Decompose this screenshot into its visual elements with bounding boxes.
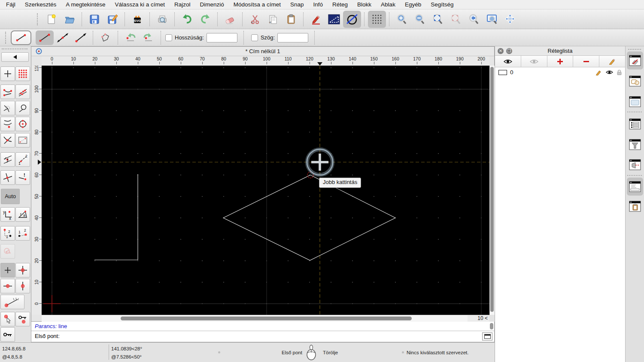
angle-input[interactable] [277,33,308,42]
restrict-angle-button[interactable] [0,295,24,309]
hide-all-layers-button[interactable] [521,56,547,67]
snap-grid-button[interactable] [15,66,30,81]
snap-middle-button[interactable] [0,152,15,167]
add-layer-button[interactable] [547,56,574,67]
dock-command-widget-button[interactable] [627,178,643,196]
save-button[interactable] [85,11,103,28]
remove-layer-button[interactable] [573,56,599,67]
snap-intersection-auto-button[interactable] [0,133,15,148]
dock-grip[interactable] [628,49,641,51]
dock-pen-palette-button[interactable] [627,156,643,174]
lock-relative-zero-button[interactable] [15,312,30,326]
vscroll-thumb[interactable] [490,67,494,312]
menu-item[interactable]: Segítség [426,0,458,9]
dock-entity-list-button[interactable] [627,115,643,133]
save-as-button[interactable] [103,11,122,28]
new-file-button[interactable] [43,11,61,28]
print-preview-button[interactable] [153,11,171,28]
restrict-horizontal-button[interactable] [0,279,15,293]
snap-reference-button[interactable] [15,133,30,148]
snap-on-entity-button[interactable] [15,84,30,99]
horizontal-scrollbar[interactable] [42,315,468,322]
menu-item[interactable]: Válassza ki a címet [110,0,170,9]
length-input[interactable] [207,33,237,42]
edit-layer-button[interactable] [599,56,625,67]
pan-button[interactable] [501,11,519,28]
toolbar-grip[interactable] [37,13,40,25]
exclusive-snap-button[interactable] [0,244,15,259]
command-input[interactable]: Első pont: [31,331,494,342]
dock-layer-list-button[interactable] [627,51,643,69]
angle-checkbox[interactable] [251,34,258,41]
zoom-auto-button[interactable] [429,11,447,28]
restrict-nothing-button[interactable] [0,263,15,278]
snap-endpoint-button[interactable] [0,84,15,99]
menu-item[interactable]: Réteg [328,0,352,9]
menu-item[interactable]: Infó [309,0,328,9]
zoom-in-button[interactable] [393,11,411,28]
command-detach-button[interactable] [482,332,492,341]
ray-button[interactable] [72,30,90,45]
zoom-out-button[interactable] [411,11,429,28]
paste-button[interactable] [282,11,300,28]
line-angle-button[interactable] [54,30,72,45]
coordinate-polar-button[interactable]: ra [15,207,30,222]
dock-clipboard-button[interactable] [627,197,643,215]
vertical-scrollbar[interactable] [489,66,495,315]
cut-button[interactable]: + [246,11,264,28]
snap-auto-button[interactable]: Auto [1,189,20,204]
line-2points-button[interactable] [36,30,54,45]
svg-export-button[interactable]: SVG [128,11,146,28]
open-file-button[interactable] [61,11,79,28]
collapse-sidebar-button[interactable] [1,52,29,62]
redo-segment-button[interactable] [140,30,158,45]
restrict-vertical-button[interactable] [15,279,30,293]
length-checkbox[interactable] [165,34,172,41]
draft-mode-button[interactable] [343,11,361,28]
drawing-canvas[interactable]: Jobb kattintás [42,66,489,315]
zoom-selected-button[interactable] [447,11,465,28]
layer-row[interactable]: 0 [495,67,625,77]
toolbar-grip[interactable] [2,48,27,50]
menu-item[interactable]: Rajzol [170,0,195,9]
menu-item[interactable]: Szerkesztés [20,0,61,9]
pen-attributes-button[interactable] [307,11,325,28]
menu-item[interactable]: A megtekintése [61,0,110,9]
snap-distance-button[interactable] [0,117,15,131]
menu-item[interactable]: Módosítsa a címet [229,0,286,9]
undo-button[interactable] [178,11,196,28]
show-all-layers-button[interactable] [495,56,521,67]
dock-block-list-button[interactable] [627,72,643,90]
copy-button[interactable]: + [264,11,282,28]
zoom-previous-button[interactable] [465,11,483,28]
dock-library-browser-button[interactable] [627,93,643,111]
layer-color-swatch[interactable] [498,70,507,75]
menu-item[interactable]: Egyéb [400,0,426,9]
undo-segment-button[interactable] [122,30,140,45]
toolbar-grip[interactable] [5,32,8,44]
polyline-button[interactable] [97,30,115,45]
coordinate-cartesian-button[interactable]: yx [0,207,15,222]
grid-toggle-button[interactable] [368,11,386,28]
snap-quadrant-button[interactable] [15,117,30,131]
drawing-window-titlebar[interactable]: * Cím nélkül 1 [31,47,494,56]
layer-edit-icon[interactable] [595,69,602,75]
snap-free-button[interactable] [0,66,15,81]
zoom-window-button[interactable] [483,11,501,28]
relative-coords-button[interactable]: 12 [0,226,15,241]
delete-button[interactable] [221,11,239,28]
layer-lock-icon[interactable] [617,69,622,75]
selection-order-button[interactable] [325,11,343,28]
absolute-coords-button[interactable]: 12 [15,226,30,241]
set-relative-zero-button[interactable] [0,312,15,326]
menu-item[interactable]: Dimenzió [195,0,228,9]
snap-tangent-button[interactable] [15,101,30,115]
lock-layer-button[interactable] [0,327,15,342]
layer-visibility-icon[interactable] [606,70,613,75]
menu-item[interactable]: Blokk [352,0,376,9]
dock-selection-filter-button[interactable] [627,136,643,154]
snap-center-button[interactable] [0,101,15,115]
redo-button[interactable] [196,11,214,28]
snap-divide-button[interactable]: 12 [15,152,30,167]
snap-intersection-button[interactable] [0,170,15,185]
